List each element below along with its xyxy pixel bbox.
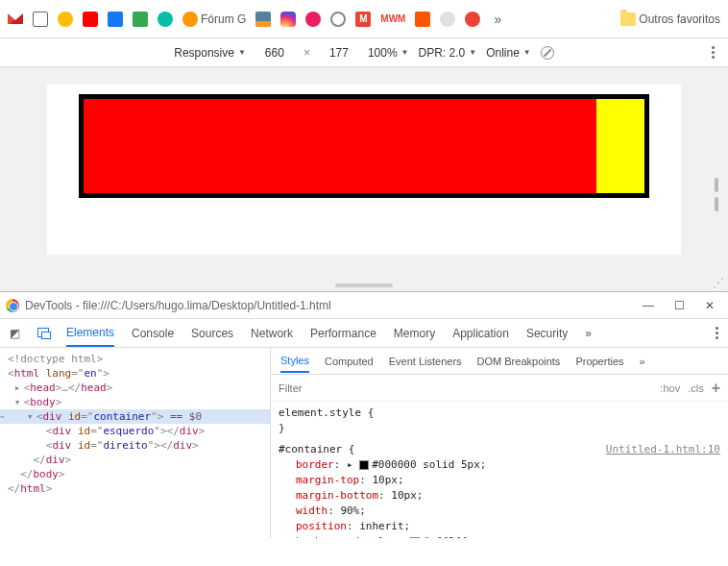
zoom-select[interactable]: 100% ▼ bbox=[368, 46, 409, 60]
tab-styles[interactable]: Styles bbox=[280, 350, 309, 373]
width-input[interactable] bbox=[255, 46, 294, 60]
dpr-label: DPR: 2.0 bbox=[419, 46, 466, 60]
tab-network[interactable]: Network bbox=[251, 321, 293, 346]
maximize-button[interactable]: ☐ bbox=[672, 299, 686, 312]
color-swatch-black[interactable] bbox=[359, 460, 369, 470]
chat-icon[interactable] bbox=[440, 12, 455, 27]
tab-console[interactable]: Console bbox=[132, 321, 174, 346]
devtools-titlebar: DevTools - file:///C:/Users/hugo.lima/De… bbox=[0, 292, 728, 319]
tab-sources[interactable]: Sources bbox=[191, 321, 233, 346]
m-icon[interactable]: M bbox=[355, 12, 371, 27]
network-label: Online bbox=[486, 46, 520, 60]
element-style-selector: element.style { bbox=[279, 406, 374, 419]
tab-security[interactable]: Security bbox=[526, 321, 568, 346]
tab-computed[interactable]: Computed bbox=[325, 351, 374, 372]
scrollbar-indicator[interactable] bbox=[715, 178, 718, 211]
chevron-down-icon: ▼ bbox=[469, 48, 476, 57]
cls-toggle[interactable]: .cls bbox=[688, 382, 704, 394]
chevron-down-icon: ▼ bbox=[238, 48, 246, 57]
tab-memory[interactable]: Memory bbox=[394, 321, 435, 346]
close-brace: } bbox=[279, 422, 285, 434]
gmail-icon[interactable] bbox=[8, 12, 23, 27]
forum-g-bookmark[interactable]: Fórum G bbox=[182, 12, 246, 27]
device-label: Responsive bbox=[174, 46, 234, 60]
preview-direito bbox=[596, 99, 644, 193]
mwm-bookmark[interactable]: MWM bbox=[380, 13, 405, 24]
pink-icon[interactable] bbox=[305, 12, 321, 27]
rule-source-link[interactable]: Untitled-1.html:10 bbox=[606, 442, 720, 457]
panel-resize-handle[interactable] bbox=[335, 283, 393, 287]
styles-panel: Styles Computed Event Listeners DOM Brea… bbox=[271, 348, 728, 538]
device-select[interactable]: Responsive ▼ bbox=[174, 46, 246, 60]
red-dot-icon[interactable] bbox=[465, 12, 480, 27]
no-throttle-icon[interactable] bbox=[541, 46, 554, 60]
styles-filter-input[interactable] bbox=[279, 382, 652, 394]
styles-filter-row: :hov .cls + bbox=[271, 375, 728, 402]
tab-properties[interactable]: Properties bbox=[575, 351, 623, 372]
styles-tabs: Styles Computed Event Listeners DOM Brea… bbox=[271, 348, 728, 375]
green-icon[interactable] bbox=[133, 12, 148, 27]
preview-esquerdo bbox=[84, 99, 596, 193]
resize-corner-icon[interactable]: ⋰ bbox=[713, 276, 724, 289]
devtools-window: DevTools - file:///C:/Users/hugo.lima/De… bbox=[0, 291, 728, 538]
device-toolbar: Responsive ▼ × 100% ▼ DPR: 2.0 ▼ Online … bbox=[0, 38, 728, 67]
chevron-down-icon: ▼ bbox=[401, 48, 409, 57]
color-swatch-bg[interactable] bbox=[410, 537, 420, 538]
youtube-icon[interactable] bbox=[83, 12, 98, 27]
zoom-label: 100% bbox=[368, 46, 398, 60]
devtools-main-tabs: ◩ Elements Console Sources Network Perfo… bbox=[0, 319, 728, 348]
folder-icon bbox=[620, 12, 636, 26]
tab-dom-breakpoints[interactable]: DOM Breakpoints bbox=[477, 351, 561, 372]
doc-icon[interactable] bbox=[33, 12, 48, 27]
chrome-icon bbox=[6, 299, 19, 312]
bookmarks-overflow[interactable]: » bbox=[490, 12, 505, 27]
tab-application[interactable]: Application bbox=[452, 321, 509, 346]
yellow-c-icon[interactable] bbox=[58, 12, 73, 27]
tab-performance[interactable]: Performance bbox=[310, 321, 376, 346]
css-rules[interactable]: element.style { } Untitled-1.html:10 #co… bbox=[271, 402, 728, 538]
soundcloud-icon[interactable] bbox=[415, 12, 430, 27]
facebook-icon[interactable] bbox=[108, 12, 123, 27]
dimension-x: × bbox=[303, 46, 310, 60]
styles-tabs-overflow[interactable]: » bbox=[640, 351, 645, 372]
chevron-down-icon: ▼ bbox=[523, 48, 531, 57]
network-select[interactable]: Online ▼ bbox=[486, 46, 531, 60]
dom-tree[interactable]: <!doctype html> <html lang="en"> ▸<head>… bbox=[0, 348, 271, 538]
devtools-menu[interactable] bbox=[716, 327, 718, 339]
rule-selector: #container { bbox=[279, 443, 354, 455]
devtools-title: DevTools - file:///C:/Users/hugo.lima/De… bbox=[25, 299, 331, 312]
other-bookmarks-label: Outros favoritos bbox=[639, 12, 720, 26]
inspect-icon[interactable]: ◩ bbox=[10, 327, 20, 340]
ring-icon[interactable] bbox=[330, 12, 346, 27]
java-icon[interactable] bbox=[255, 12, 271, 27]
selected-node[interactable]: ▾<div id="container"> == $0 bbox=[0, 409, 270, 424]
tab-elements[interactable]: Elements bbox=[66, 320, 114, 347]
dpr-select[interactable]: DPR: 2.0 ▼ bbox=[419, 46, 477, 60]
device-frame bbox=[47, 85, 681, 255]
bookmarks-bar: Fórum G M MWM » Outros favoritos bbox=[0, 0, 728, 38]
minimize-button[interactable]: — bbox=[642, 299, 655, 312]
teal-icon[interactable] bbox=[158, 12, 173, 27]
tab-event-listeners[interactable]: Event Listeners bbox=[389, 351, 462, 372]
tabs-overflow[interactable]: » bbox=[585, 321, 592, 346]
height-input[interactable] bbox=[320, 46, 358, 60]
viewport-area: ⋰ bbox=[0, 67, 728, 291]
instagram-icon[interactable] bbox=[280, 12, 296, 27]
device-mode-icon[interactable] bbox=[37, 327, 49, 340]
other-bookmarks[interactable]: Outros favoritos bbox=[620, 12, 720, 26]
close-button[interactable]: ✕ bbox=[703, 299, 716, 312]
forum-g-label: Fórum G bbox=[201, 12, 246, 26]
hov-toggle[interactable]: :hov bbox=[660, 382, 680, 394]
new-rule-button[interactable]: + bbox=[712, 380, 720, 397]
preview-container bbox=[79, 94, 649, 198]
device-toolbar-menu[interactable] bbox=[712, 46, 715, 59]
